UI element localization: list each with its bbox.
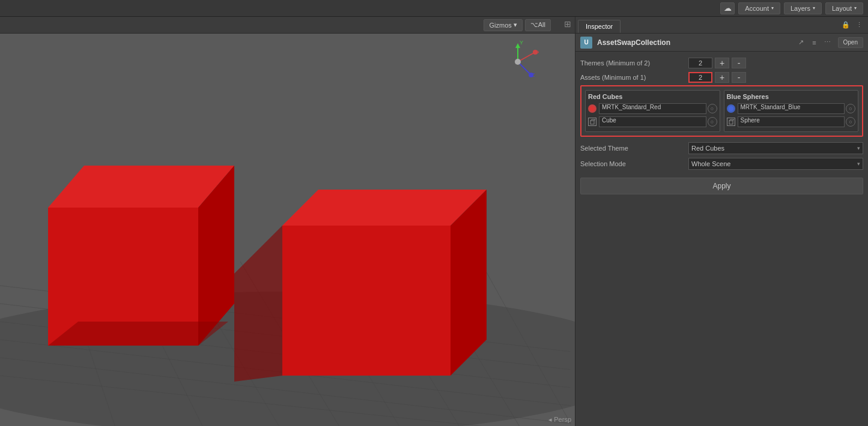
assets-label: Assets (Minimum of 1)	[580, 74, 688, 81]
svg-marker-18	[48, 322, 228, 346]
red-cube-right	[234, 154, 517, 388]
theme2-title: Blue Spheres	[727, 93, 856, 100]
inspector-tab-icons: 🔒 ⋮	[840, 19, 864, 30]
selected-theme-arrow: ▾	[857, 145, 860, 151]
layout-label: Layout	[832, 5, 852, 12]
cloud-button[interactable]: ☁	[720, 2, 735, 14]
selection-mode-row: Selection Mode Whole Scene ▾	[580, 157, 863, 170]
account-button[interactable]: Account ▾	[738, 2, 780, 14]
theme1-title: Red Cubes	[588, 93, 717, 100]
svg-text:Y: Y	[520, 41, 523, 46]
gizmos-button[interactable]: Gizmos ▾	[484, 19, 522, 31]
all-label: ⌥All	[530, 21, 545, 29]
gizmo-widget: Y X Z	[497, 41, 539, 83]
header-icons: ↗ ≡ ⋯	[796, 37, 833, 48]
inspector-tabs: Inspector 🔒 ⋮	[575, 17, 868, 34]
theme1-material-field[interactable]: MRTK_Standard_Red	[599, 103, 706, 114]
align-icon-button[interactable]: ≡	[809, 37, 820, 48]
blue-sphere-svg	[728, 106, 734, 112]
unity-logo-icon: U	[580, 37, 592, 49]
cube-mesh-icon	[588, 118, 596, 126]
red-sphere-svg	[589, 106, 595, 112]
theme2-material-row: MRTK_Standard_Blue ○	[727, 103, 856, 115]
account-chevron: ▾	[771, 5, 774, 11]
themes-plus-button[interactable]: +	[715, 58, 729, 68]
gizmos-label: Gizmos	[489, 22, 511, 29]
svg-point-32	[515, 59, 521, 65]
themes-label: Themes (Minimum of 2)	[580, 59, 688, 67]
theme1-material-row: MRTK_Standard_Red ○	[588, 103, 717, 115]
top-bar: ☁ Account ▾ Layers ▾ Layout ▾	[0, 0, 868, 17]
canvas-3d: Y X Z ◂ Persp	[0, 34, 575, 426]
svg-marker-19	[282, 226, 451, 376]
red-material-icon	[588, 104, 596, 113]
assets-value-input[interactable]	[688, 72, 712, 83]
scene-toolbar-controls: Gizmos ▾ ⌥All	[484, 19, 551, 31]
selected-theme-value: Red Cubes	[691, 145, 724, 152]
main-layout: Gizmos ▾ ⌥All ⊞	[0, 17, 868, 426]
sphere-mesh-icon	[727, 118, 735, 126]
lock-icon-button[interactable]: 🔒	[840, 19, 851, 30]
scene-toolbar: Gizmos ▾ ⌥All ⊞	[0, 17, 575, 34]
gizmos-chevron: ▾	[514, 21, 517, 29]
more-icon-button[interactable]: ⋮	[854, 19, 864, 30]
svg-point-33	[590, 106, 595, 111]
tab-inspector[interactable]: Inspector	[578, 20, 621, 33]
selection-mode-arrow: ▾	[857, 161, 860, 167]
inspector-panel: Inspector 🔒 ⋮ U AssetSwapCollection ↗ ≡ …	[575, 17, 868, 426]
theme2-mesh-row: Sphere ○	[727, 116, 856, 128]
svg-text:Z: Z	[532, 72, 535, 78]
blue-material-icon	[727, 104, 735, 113]
assets-plus-button[interactable]: +	[715, 72, 729, 83]
component-title: AssetSwapCollection	[597, 38, 791, 47]
theme1-mesh-field[interactable]: Cube	[599, 116, 706, 127]
apply-button[interactable]: Apply	[580, 178, 863, 194]
svg-point-38	[729, 106, 733, 111]
layers-button[interactable]: Layers ▾	[784, 2, 822, 14]
scene-expand-icon[interactable]: ⊞	[564, 19, 571, 29]
red-cube-left	[12, 118, 270, 370]
selected-theme-dropdown[interactable]: Red Cubes ▾	[688, 142, 863, 154]
theme1-mesh-row: Cube ○	[588, 116, 717, 128]
svg-rect-39	[729, 121, 733, 124]
sphere-icon-svg	[728, 119, 734, 125]
assets-field-row: Assets (Minimum of 1) + -	[580, 71, 863, 84]
theme1-mesh-select-button[interactable]: ○	[708, 117, 717, 127]
inspector-tab-label: Inspector	[586, 23, 613, 30]
svg-rect-34	[590, 121, 594, 124]
theme2-material-field[interactable]: MRTK_Standard_Blue	[738, 103, 845, 114]
open-button[interactable]: Open	[838, 37, 863, 48]
scene-view: Gizmos ▾ ⌥All ⊞	[0, 17, 575, 426]
themes-box: Red Cubes MRTK_Standard_Red ○	[580, 85, 863, 137]
themes-field-row: Themes (Minimum of 2) + -	[580, 56, 863, 70]
theme-col-1: Red Cubes MRTK_Standard_Red ○	[585, 90, 720, 132]
cube-icon-svg	[589, 119, 595, 125]
component-header: U AssetSwapCollection ↗ ≡ ⋯ Open	[575, 34, 868, 52]
theme2-material-select-button[interactable]: ○	[846, 104, 855, 113]
script-icon-button[interactable]: ↗	[796, 37, 807, 48]
inspector-content: Themes (Minimum of 2) + - Assets (Minimu…	[575, 52, 868, 426]
gizmo-svg: Y X Z	[497, 41, 539, 83]
persp-label: ◂ Persp	[548, 416, 571, 424]
themes-value-input[interactable]	[688, 58, 712, 68]
all-button[interactable]: ⌥All	[525, 19, 551, 31]
themes-minus-button[interactable]: -	[732, 58, 746, 68]
layers-chevron: ▾	[813, 5, 815, 11]
assets-minus-button[interactable]: -	[732, 72, 746, 83]
theme2-mesh-select-button[interactable]: ○	[846, 117, 855, 127]
dots-icon-button[interactable]: ⋯	[822, 37, 833, 48]
selection-mode-value: Whole Scene	[691, 160, 730, 167]
selected-theme-row: Selected Theme Red Cubes ▾	[580, 142, 863, 155]
layers-label: Layers	[791, 5, 810, 12]
theme1-material-select-button[interactable]: ○	[708, 104, 717, 113]
svg-text:X: X	[536, 49, 539, 55]
account-label: Account	[745, 5, 769, 12]
svg-marker-22	[234, 226, 282, 382]
selected-theme-label: Selected Theme	[580, 145, 688, 152]
selection-mode-dropdown[interactable]: Whole Scene ▾	[688, 158, 863, 170]
layout-chevron: ▾	[854, 5, 857, 11]
theme-col-2: Blue Spheres MRTK_Standard_Blue ○	[724, 90, 859, 132]
theme2-mesh-field[interactable]: Sphere	[738, 116, 845, 127]
selection-mode-label: Selection Mode	[580, 160, 688, 167]
layout-button[interactable]: Layout ▾	[825, 2, 863, 14]
